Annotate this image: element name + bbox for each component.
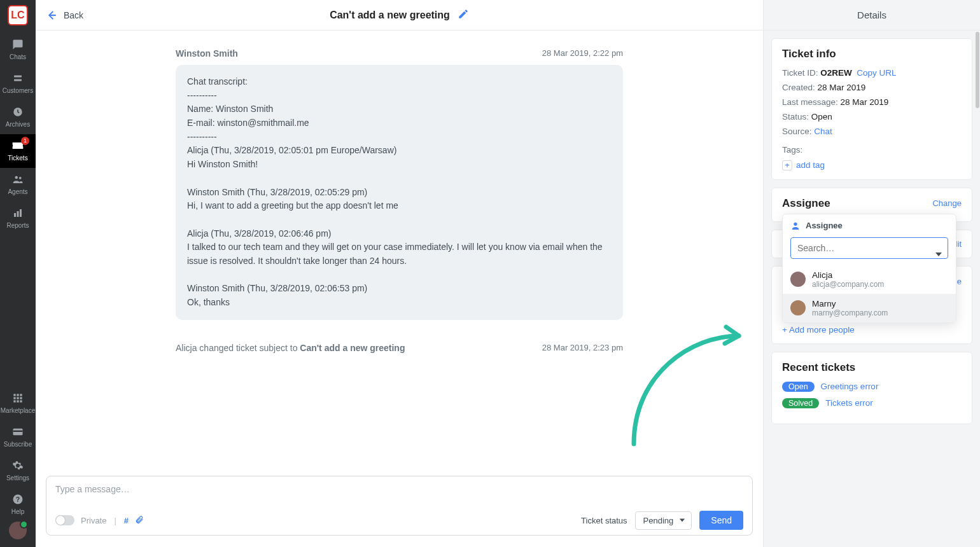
- nav-customers-label: Customers: [3, 87, 33, 94]
- nav-chats[interactable]: Chats: [0, 33, 36, 67]
- source-row: Source: Chat: [782, 127, 962, 136]
- source-link[interactable]: Chat: [814, 127, 832, 136]
- nav-subscribe[interactable]: Subscribe: [0, 420, 36, 454]
- status-badge: Open: [782, 382, 815, 392]
- plus-icon: +: [782, 160, 792, 170]
- nav-help-label: Help: [11, 508, 25, 515]
- svg-rect-9: [17, 394, 18, 396]
- svg-point-3: [15, 176, 18, 179]
- recent-ticket-row[interactable]: Solved Tickets error: [782, 398, 962, 408]
- avatar: [790, 272, 806, 287]
- lastmsg-row: Last message: 28 Mar 2019: [782, 97, 962, 107]
- system-event-time: 28 Mar 2019, 2:23 pm: [542, 343, 623, 353]
- left-nav: LC Chats Customers Archives 1 Tickets Ag…: [0, 0, 36, 547]
- recent-ticket-row[interactable]: Open Greetings error: [782, 382, 962, 392]
- app-logo[interactable]: LC: [8, 5, 28, 25]
- recent-title: Recent tickets: [782, 361, 962, 374]
- assignee-change-link[interactable]: Change: [932, 198, 962, 208]
- scrollbar[interactable]: [975, 31, 980, 547]
- arrow-left-icon: [46, 10, 57, 21]
- add-people-link[interactable]: + Add more people: [782, 325, 962, 335]
- ticket-status-label: Ticket status: [581, 516, 627, 525]
- assignee-search-input[interactable]: [790, 237, 948, 259]
- message-input[interactable]: [55, 484, 743, 494]
- created-row: Created: 28 Mar 2019: [782, 83, 962, 92]
- nav-archives[interactable]: Archives: [0, 100, 36, 134]
- nav-tickets-label: Tickets: [8, 155, 27, 162]
- chevron-down-icon: [935, 253, 942, 256]
- assignee-card: Assignee Change Assignee: [771, 188, 972, 222]
- dropdown-search-wrap: [783, 237, 956, 265]
- assignee-dropdown: Assignee Alicja alicja@company.com: [782, 214, 956, 323]
- nav-help[interactable]: ? Help: [0, 488, 36, 522]
- reports-icon: [11, 207, 24, 219]
- gear-icon: [11, 459, 24, 472]
- nav-marketplace-label: Marketplace: [1, 407, 35, 414]
- nav-agents[interactable]: Agents: [0, 168, 36, 202]
- message-header: Winston Smith 28 Mar 2019, 2:22 pm: [176, 48, 623, 59]
- attach-button[interactable]: [135, 515, 144, 527]
- svg-rect-1: [14, 80, 22, 81]
- composer-left-tools: Private | #: [55, 515, 144, 527]
- assignee-option-marny[interactable]: Marny marny@company.com: [783, 294, 956, 322]
- paperclip-icon: [135, 515, 144, 525]
- assignee-title: Assignee: [782, 197, 830, 210]
- svg-rect-11: [13, 397, 15, 399]
- tags-label: Tags:: [782, 145, 962, 155]
- recent-tickets-card: Recent tickets Open Greetings error Solv…: [771, 352, 972, 424]
- main-column: Back Can't add a new greeting Winston Sm…: [36, 0, 764, 547]
- grid-icon: [11, 392, 24, 405]
- nav-marketplace[interactable]: Marketplace: [0, 387, 36, 420]
- clock-icon: [11, 106, 24, 118]
- copy-url-link[interactable]: Copy URL: [857, 68, 896, 78]
- nav-archives-label: Archives: [6, 121, 30, 128]
- svg-rect-14: [13, 400, 15, 402]
- ticket-info-title: Ticket info: [782, 48, 962, 60]
- user-avatar[interactable]: [9, 522, 27, 539]
- back-button[interactable]: Back: [46, 10, 83, 21]
- assignee-option-alicja[interactable]: Alicja alicja@company.com: [783, 265, 956, 294]
- ticket-status-select[interactable]: Pending: [635, 511, 692, 530]
- svg-rect-15: [17, 400, 18, 402]
- topbar: Back Can't add a new greeting: [36, 0, 763, 31]
- recent-ticket-link[interactable]: Greetings error: [821, 382, 879, 391]
- avatar: [790, 300, 806, 315]
- svg-rect-7: [20, 209, 22, 217]
- dropdown-header: Assignee: [783, 214, 956, 237]
- message-time: 28 Mar 2019, 2:22 pm: [542, 48, 623, 59]
- add-tag-button[interactable]: + add tag: [782, 160, 825, 170]
- transcript-text: Chat transcript:----------Name: Winston …: [187, 75, 612, 310]
- nav-settings[interactable]: Settings: [0, 454, 36, 488]
- svg-rect-0: [14, 76, 22, 78]
- private-toggle[interactable]: [55, 515, 74, 525]
- pencil-icon: [458, 8, 469, 20]
- nav-customers[interactable]: Customers: [0, 67, 36, 100]
- svg-point-4: [19, 177, 22, 179]
- svg-rect-8: [13, 394, 15, 396]
- nav-chats-label: Chats: [10, 53, 26, 60]
- svg-text:?: ?: [16, 495, 20, 503]
- customers-icon: [11, 72, 24, 85]
- nav-reports-label: Reports: [6, 222, 29, 229]
- ticket-info-card: Ticket info Ticket ID: O2REW Copy URL Cr…: [771, 38, 972, 180]
- transcript-bubble: Chat transcript:----------Name: Winston …: [176, 65, 623, 320]
- composer-footer: Private | # Ticket status Pending Send: [55, 511, 743, 530]
- svg-rect-18: [13, 431, 23, 432]
- edit-title-button[interactable]: [458, 8, 469, 22]
- private-label: Private: [81, 516, 106, 525]
- back-label: Back: [64, 10, 83, 20]
- nav-reports[interactable]: Reports: [0, 202, 36, 235]
- agents-icon: [11, 173, 24, 186]
- recent-ticket-link[interactable]: Tickets error: [825, 398, 873, 408]
- svg-rect-10: [20, 394, 22, 396]
- svg-rect-5: [14, 213, 16, 217]
- app-root: LC Chats Customers Archives 1 Tickets Ag…: [0, 0, 980, 547]
- ticket-title: Can't add a new greeting: [330, 10, 450, 21]
- hash-button[interactable]: #: [124, 516, 129, 525]
- message-composer: Private | # Ticket status Pending Send: [46, 476, 753, 536]
- svg-rect-12: [17, 397, 18, 399]
- details-body: Ticket info Ticket ID: O2REW Copy URL Cr…: [764, 31, 980, 547]
- svg-rect-16: [20, 400, 22, 402]
- send-button[interactable]: Send: [699, 511, 743, 530]
- nav-tickets[interactable]: 1 Tickets: [0, 134, 36, 168]
